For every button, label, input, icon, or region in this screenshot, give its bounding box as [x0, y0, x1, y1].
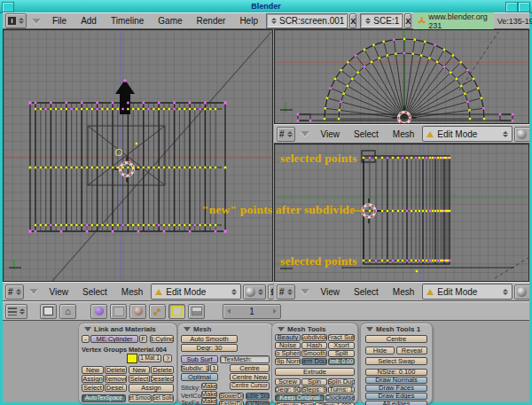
centre-button[interactable]: Centre	[365, 335, 427, 343]
select-swap-button[interactable]: Select Swap	[365, 357, 427, 365]
viewport-type-button[interactable]: #	[277, 127, 295, 142]
panel-header[interactable]: Mesh	[184, 325, 211, 333]
fract-sub-button[interactable]: Fract Sub	[328, 334, 355, 341]
screen-delete-button[interactable]: X	[349, 13, 356, 28]
extrude-button[interactable]: Extrude	[275, 368, 355, 376]
smooth-button[interactable]: Smooth	[301, 350, 327, 357]
hide-button[interactable]: Hide	[365, 347, 395, 354]
panel-header[interactable]: Link and Materials	[84, 325, 156, 333]
material-count-stepper[interactable]: 1 Mat 1	[138, 354, 161, 362]
centre-button[interactable]: Centre	[230, 364, 270, 372]
sticky-make-button[interactable]: Make	[201, 383, 217, 390]
viewport-type-button[interactable]: #	[5, 284, 24, 300]
degr-stepper[interactable]: Degr: 30	[181, 344, 238, 352]
vgroup-select-button[interactable]: Select	[82, 384, 104, 392]
clockwise-toggle[interactable]: Clockwise	[325, 394, 355, 401]
viewport-type-button[interactable]: #	[277, 284, 295, 300]
frame-prev-icon[interactable]	[227, 308, 231, 314]
menu-mesh[interactable]: Mesh	[115, 287, 149, 297]
window-minimize-button[interactable]	[505, 2, 518, 12]
spin-dup-button[interactable]: Spin Dup	[328, 378, 355, 386]
object-name-field[interactable]: OB:Cylinder	[150, 335, 174, 343]
screen-selector[interactable]: SCR:screen.001	[266, 13, 348, 28]
vgroup-delete-button[interactable]: Delete	[105, 366, 127, 374]
panel-header[interactable]: Mesh Tools 1	[366, 325, 420, 333]
all-edges-toggle[interactable]: All edges	[365, 401, 427, 405]
draw-type-button[interactable]	[514, 284, 529, 300]
material-help-button[interactable]: ?	[163, 354, 172, 362]
vgroup-remove-button[interactable]: Remove	[105, 375, 127, 383]
editing-context-button[interactable]	[168, 304, 185, 319]
xsort-button[interactable]: Xsort	[328, 342, 355, 349]
panel-align-button[interactable]	[40, 304, 57, 319]
subsurf-toggle[interactable]: Sub Surf	[181, 355, 218, 363]
draw-type-button[interactable]	[243, 284, 266, 300]
subdiv-stepper[interactable]: Subdiv: 1	[181, 364, 209, 372]
set-solid-button[interactable]: Set Solid	[153, 394, 174, 402]
menu-select[interactable]: Select	[348, 129, 385, 139]
header-collapse-icon[interactable]	[301, 289, 309, 294]
subdiv-render-stepper[interactable]: 1	[210, 364, 218, 372]
material-assign-button[interactable]: Assign	[129, 384, 174, 393]
vgroup-deselect-button[interactable]: Desel.	[105, 384, 127, 392]
scene-delete-button[interactable]: X	[404, 13, 411, 28]
header-collapse-icon[interactable]	[32, 19, 41, 24]
vgroup-assign-button[interactable]: Assign	[82, 375, 104, 383]
double-sided-toggle[interactable]: Double Sided	[246, 393, 270, 400]
frame-number-field[interactable]: 1	[223, 304, 281, 319]
mode-dropdown[interactable]: Edit Mode	[151, 284, 241, 300]
panel-collapse-icon[interactable]	[184, 327, 191, 331]
header-collapse-icon[interactable]	[301, 131, 309, 136]
material-select-button[interactable]: Select	[129, 375, 150, 383]
scene-context-button[interactable]	[188, 304, 205, 319]
draw-faces-toggle[interactable]: Draw Faces	[365, 385, 427, 392]
set-smooth-button[interactable]: Set Smooth	[129, 394, 152, 402]
window-maximize-button[interactable]	[518, 2, 530, 12]
menu-view[interactable]: View	[315, 287, 347, 297]
material-new-button[interactable]: New	[129, 366, 150, 374]
split-button[interactable]: Split	[328, 350, 355, 357]
scene-selector[interactable]: SCE:1	[360, 13, 403, 28]
material-deselect-button[interactable]: Deselect	[151, 375, 174, 383]
autotexspace-toggle[interactable]: AutoTexSpace	[82, 394, 126, 402]
menu-add[interactable]: Add	[74, 16, 103, 26]
auto-smooth-toggle[interactable]: Auto Smooth	[181, 335, 238, 343]
panel-collapse-icon[interactable]	[278, 327, 285, 331]
menu-render[interactable]: Render	[191, 16, 232, 26]
window-menu-button[interactable]	[2, 2, 14, 12]
keep-original-toggle[interactable]: Keep Original	[275, 394, 325, 401]
pivot-button[interactable]: Ω	[268, 284, 273, 300]
menu-select[interactable]: Select	[76, 287, 113, 297]
frame-next-icon[interactable]	[273, 308, 277, 314]
panel-collapse-icon[interactable]	[366, 327, 373, 331]
mesh-browse-button[interactable]: -	[82, 335, 90, 343]
window-type-button[interactable]	[5, 304, 27, 319]
panel-collapse-icon[interactable]	[84, 327, 91, 331]
turns-stepper[interactable]: Turns: 1	[328, 386, 355, 393]
mode-dropdown[interactable]: Edit Mode	[422, 284, 512, 300]
menu-view[interactable]: View	[43, 287, 75, 297]
degr-stepper[interactable]: Degr: 90	[275, 386, 301, 393]
shading-context-button[interactable]	[129, 304, 146, 319]
screw-button[interactable]: Screw	[275, 378, 301, 386]
flip-normals-button[interactable]: Flip Norm	[275, 358, 301, 365]
rem-doubles-button[interactable]: Rem Doub	[301, 358, 327, 365]
centre-new-button[interactable]: Centre New	[230, 373, 270, 381]
limit-stepper[interactable]: Limit: 0.001	[328, 358, 355, 365]
menu-help[interactable]: Help	[233, 16, 264, 26]
menu-timeline[interactable]: Timeline	[105, 16, 150, 26]
to-sphere-button[interactable]: To Sphere	[275, 350, 301, 357]
menu-file[interactable]: File	[46, 16, 73, 26]
panel-header[interactable]: Mesh Tools	[278, 325, 325, 333]
header-collapse-icon[interactable]	[29, 289, 38, 294]
menu-mesh[interactable]: Mesh	[387, 287, 420, 297]
object-context-button[interactable]	[149, 304, 166, 319]
script-context-button[interactable]	[110, 304, 127, 319]
hash-button[interactable]: Hash	[301, 342, 327, 349]
window-type-button[interactable]: i	[5, 13, 27, 28]
draw-type-button[interactable]	[514, 127, 529, 142]
texmesh-field[interactable]: TexMesh:	[220, 355, 270, 363]
material-delete-button[interactable]: Delete	[151, 366, 174, 374]
draw-normals-toggle[interactable]: Draw Normals	[365, 377, 427, 384]
draw-edges-toggle[interactable]: Draw Edges	[365, 393, 427, 400]
